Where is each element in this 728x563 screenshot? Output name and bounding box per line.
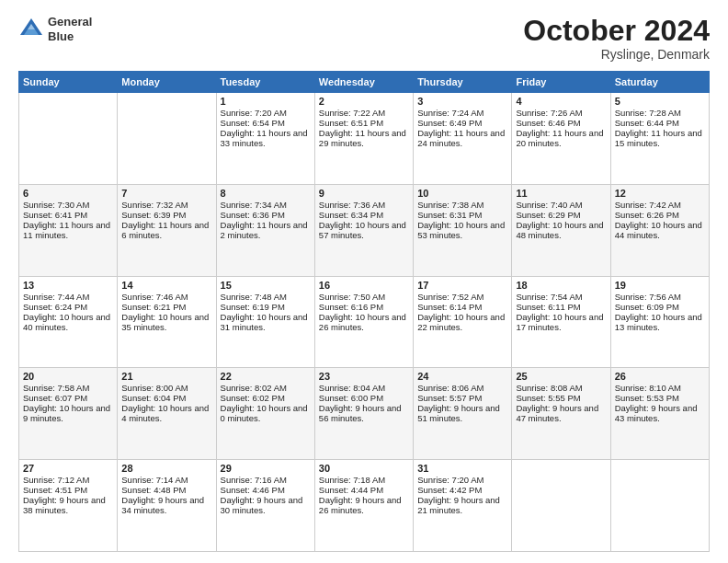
daylight-text: Daylight: 10 hours and 40 minutes. (23, 312, 113, 332)
calendar-page: General Blue October 2024 Ryslinge, Denm… (0, 0, 728, 563)
calendar-cell: 27Sunrise: 7:12 AMSunset: 4:51 PMDayligh… (19, 460, 118, 552)
sunrise-text: Sunrise: 7:42 AM (615, 200, 705, 210)
day-number: 7 (121, 188, 211, 199)
day-number: 17 (417, 280, 507, 291)
day-number: 29 (221, 463, 311, 474)
sunrise-text: Sunrise: 7:20 AM (221, 108, 311, 118)
sunrise-text: Sunrise: 7:38 AM (417, 200, 507, 210)
location: Ryslinge, Denmark (523, 47, 710, 62)
sunrise-text: Sunrise: 7:48 AM (221, 292, 311, 302)
day-number: 22 (221, 371, 311, 382)
calendar-cell: 10Sunrise: 7:38 AMSunset: 6:31 PMDayligh… (414, 184, 512, 276)
sunset-text: Sunset: 6:11 PM (516, 302, 606, 312)
sunset-text: Sunset: 5:57 PM (417, 393, 507, 403)
sunrise-text: Sunrise: 7:46 AM (121, 292, 211, 302)
daylight-text: Daylight: 9 hours and 51 minutes. (417, 403, 507, 423)
sunset-text: Sunset: 6:54 PM (221, 118, 311, 128)
daylight-text: Daylight: 11 hours and 15 minutes. (615, 128, 705, 148)
daylight-text: Daylight: 9 hours and 47 minutes. (516, 403, 606, 423)
sunset-text: Sunset: 6:24 PM (23, 302, 113, 312)
calendar-cell: 31Sunrise: 7:20 AMSunset: 4:42 PMDayligh… (414, 460, 512, 552)
sunrise-text: Sunrise: 7:50 AM (319, 292, 409, 302)
sunrise-text: Sunrise: 7:28 AM (615, 108, 705, 118)
day-header-wednesday: Wednesday (314, 72, 413, 93)
sunrise-text: Sunrise: 7:30 AM (23, 200, 113, 210)
day-number: 12 (615, 188, 705, 199)
sunrise-text: Sunrise: 7:52 AM (417, 292, 507, 302)
title-block: October 2024 Ryslinge, Denmark (523, 15, 710, 62)
daylight-text: Daylight: 9 hours and 30 minutes. (221, 495, 311, 515)
sunrise-text: Sunrise: 7:40 AM (516, 200, 606, 210)
daylight-text: Daylight: 11 hours and 6 minutes. (121, 220, 211, 240)
day-number: 25 (516, 371, 606, 382)
calendar-cell: 3Sunrise: 7:24 AMSunset: 6:49 PMDaylight… (414, 93, 512, 185)
daylight-text: Daylight: 11 hours and 29 minutes. (319, 128, 409, 148)
sunrise-text: Sunrise: 7:34 AM (221, 200, 311, 210)
day-number: 27 (23, 463, 113, 474)
calendar-cell: 30Sunrise: 7:18 AMSunset: 4:44 PMDayligh… (314, 460, 413, 552)
sunset-text: Sunset: 6:07 PM (23, 393, 113, 403)
sunset-text: Sunset: 6:19 PM (221, 302, 311, 312)
sunset-text: Sunset: 4:46 PM (221, 485, 311, 495)
calendar-cell (19, 93, 118, 185)
sunrise-text: Sunrise: 7:18 AM (319, 475, 409, 485)
calendar-cell: 23Sunrise: 8:04 AMSunset: 6:00 PMDayligh… (314, 368, 413, 460)
sunrise-text: Sunrise: 7:24 AM (417, 108, 507, 118)
sunrise-text: Sunrise: 7:16 AM (221, 475, 311, 485)
calendar-cell: 13Sunrise: 7:44 AMSunset: 6:24 PMDayligh… (19, 276, 118, 368)
day-header-thursday: Thursday (414, 72, 512, 93)
sunset-text: Sunset: 6:49 PM (417, 118, 507, 128)
sunrise-text: Sunrise: 7:44 AM (23, 292, 113, 302)
day-number: 5 (615, 96, 705, 107)
calendar-cell: 2Sunrise: 7:22 AMSunset: 6:51 PMDaylight… (314, 93, 413, 185)
sunset-text: Sunset: 5:53 PM (615, 393, 705, 403)
daylight-text: Daylight: 9 hours and 56 minutes. (319, 403, 409, 423)
sunrise-text: Sunrise: 7:58 AM (23, 383, 113, 393)
sunrise-text: Sunrise: 8:10 AM (615, 383, 705, 393)
daylight-text: Daylight: 11 hours and 20 minutes. (516, 128, 606, 148)
day-number: 6 (23, 188, 113, 199)
daylight-text: Daylight: 10 hours and 44 minutes. (615, 220, 705, 240)
day-number: 23 (319, 371, 409, 382)
day-header-tuesday: Tuesday (216, 72, 314, 93)
calendar-cell: 22Sunrise: 8:02 AMSunset: 6:02 PMDayligh… (216, 368, 314, 460)
day-number: 18 (516, 280, 606, 291)
daylight-text: Daylight: 11 hours and 11 minutes. (23, 220, 113, 240)
calendar-cell (610, 460, 709, 552)
calendar-cell: 20Sunrise: 7:58 AMSunset: 6:07 PMDayligh… (19, 368, 118, 460)
calendar-cell: 4Sunrise: 7:26 AMSunset: 6:46 PMDaylight… (512, 93, 610, 185)
week-row-3: 20Sunrise: 7:58 AMSunset: 6:07 PMDayligh… (19, 368, 710, 460)
day-number: 16 (319, 280, 409, 291)
sunset-text: Sunset: 6:44 PM (615, 118, 705, 128)
day-number: 19 (615, 280, 705, 291)
sunset-text: Sunset: 6:00 PM (319, 393, 409, 403)
day-number: 11 (516, 188, 606, 199)
sunrise-text: Sunrise: 7:14 AM (121, 475, 211, 485)
day-number: 3 (417, 96, 507, 107)
calendar-table: SundayMondayTuesdayWednesdayThursdayFrid… (18, 71, 710, 552)
sunrise-text: Sunrise: 7:54 AM (516, 292, 606, 302)
daylight-text: Daylight: 10 hours and 35 minutes. (121, 312, 211, 332)
daylight-text: Daylight: 10 hours and 13 minutes. (615, 312, 705, 332)
calendar-cell: 17Sunrise: 7:52 AMSunset: 6:14 PMDayligh… (414, 276, 512, 368)
day-number: 28 (121, 463, 211, 474)
daylight-text: Daylight: 9 hours and 26 minutes. (319, 495, 409, 515)
daylight-text: Daylight: 9 hours and 34 minutes. (121, 495, 211, 515)
sunrise-text: Sunrise: 7:22 AM (319, 108, 409, 118)
sunset-text: Sunset: 4:51 PM (23, 485, 113, 495)
day-number: 26 (615, 371, 705, 382)
day-number: 8 (221, 188, 311, 199)
daylight-text: Daylight: 10 hours and 48 minutes. (516, 220, 606, 240)
sunset-text: Sunset: 4:48 PM (121, 485, 211, 495)
calendar-cell: 24Sunrise: 8:06 AMSunset: 5:57 PMDayligh… (414, 368, 512, 460)
day-number: 14 (121, 280, 211, 291)
sunrise-text: Sunrise: 7:26 AM (516, 108, 606, 118)
sunrise-text: Sunrise: 7:20 AM (417, 475, 507, 485)
logo-line2: Blue (48, 29, 92, 44)
daylight-text: Daylight: 10 hours and 0 minutes. (221, 403, 311, 423)
day-number: 15 (221, 280, 311, 291)
calendar-cell: 19Sunrise: 7:56 AMSunset: 6:09 PMDayligh… (610, 276, 709, 368)
sunset-text: Sunset: 6:16 PM (319, 302, 409, 312)
sunset-text: Sunset: 6:31 PM (417, 210, 507, 220)
day-header-saturday: Saturday (610, 72, 709, 93)
